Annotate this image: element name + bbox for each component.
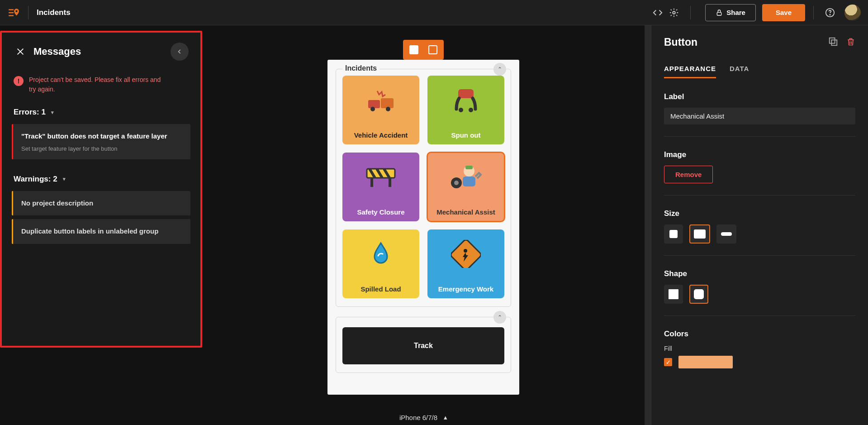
svg-point-11 xyxy=(469,108,473,112)
fill-checkbox[interactable]: ✓ xyxy=(664,358,672,366)
svg-point-8 xyxy=(386,107,390,111)
close-messages-icon[interactable] xyxy=(15,47,25,57)
colors-heading: Colors xyxy=(664,329,855,339)
errors-heading: Errors: 1 xyxy=(14,108,46,117)
user-avatar[interactable] xyxy=(844,5,861,21)
tile-spun-out[interactable]: Spun out xyxy=(427,76,504,144)
warning-title: No project description xyxy=(21,198,182,209)
tab-appearance[interactable]: APPEARANCE xyxy=(664,65,716,78)
svg-rect-5 xyxy=(368,100,380,108)
duplicate-icon[interactable] xyxy=(828,37,838,48)
svg-point-0 xyxy=(15,10,17,12)
device-orientation-toggle xyxy=(403,40,444,60)
group-legend: Incidents xyxy=(342,64,379,72)
error-title: "Track" button does not target a feature… xyxy=(21,131,182,142)
mechanical-assist-icon xyxy=(427,159,504,195)
messages-title: Messages xyxy=(33,46,162,57)
warnings-section-toggle[interactable]: Warnings: 2 ▾ xyxy=(2,167,200,187)
error-item[interactable]: "Track" button does not target a feature… xyxy=(12,124,190,159)
size-small-option[interactable] xyxy=(664,224,683,244)
svg-point-19 xyxy=(454,181,459,185)
size-large-option[interactable] xyxy=(716,224,736,244)
save-button[interactable]: Save xyxy=(762,4,805,21)
spilled-load-icon xyxy=(342,236,419,272)
track-button[interactable]: Track xyxy=(342,327,504,364)
canvas-scrollbar[interactable] xyxy=(645,25,651,425)
tile-vehicle-accident[interactable]: Vehicle Accident xyxy=(342,76,419,144)
tile-label: Vehicle Accident xyxy=(354,131,408,139)
safety-closure-icon xyxy=(342,159,419,195)
code-icon[interactable] xyxy=(650,5,666,21)
svg-rect-16 xyxy=(465,166,473,169)
error-subtitle: Set target feature layer for the button xyxy=(21,145,182,152)
divider xyxy=(813,6,814,19)
svg-point-21 xyxy=(464,249,467,253)
properties-title: Button xyxy=(664,36,820,48)
divider xyxy=(690,6,691,19)
landscape-toggle[interactable] xyxy=(427,43,439,56)
messages-panel: Messages ! Project can't be saved. Pleas… xyxy=(0,31,202,348)
chevron-down-icon: ▾ xyxy=(63,176,66,182)
emergency-work-icon xyxy=(427,236,504,272)
tile-mechanical-assist[interactable]: Mechanical Assist xyxy=(427,153,504,221)
tile-label: Spun out xyxy=(451,131,481,139)
divider xyxy=(28,6,28,19)
tile-label: Spilled Load xyxy=(360,285,401,293)
incidents-group: Incidents ⌃ Vehicle Accident Spun out xyxy=(336,69,511,307)
tile-emergency-work[interactable]: Emergency Work xyxy=(427,229,504,298)
canvas-area: Incidents ⌃ Vehicle Accident Spun out xyxy=(202,25,645,425)
track-group: ⌃ Track xyxy=(336,317,511,373)
portrait-toggle[interactable] xyxy=(408,43,420,56)
svg-rect-2 xyxy=(717,12,721,15)
lock-icon xyxy=(716,9,723,16)
device-selector[interactable]: iPhone 6/7/8 ▴ xyxy=(202,413,645,421)
project-title: Incidents xyxy=(37,8,71,17)
svg-rect-23 xyxy=(831,40,837,45)
chevron-up-icon: ▴ xyxy=(444,413,447,421)
remove-image-button[interactable]: Remove xyxy=(664,166,713,183)
shape-heading: Shape xyxy=(664,269,855,278)
warning-title: Duplicate button labels in unlabeled gro… xyxy=(21,226,182,237)
top-bar: Incidents Share Save xyxy=(0,0,868,25)
settings-gear-icon[interactable] xyxy=(666,5,682,21)
collapse-messages-icon[interactable] xyxy=(171,43,189,61)
vehicle-accident-icon xyxy=(342,82,419,118)
tab-data[interactable]: DATA xyxy=(730,65,749,78)
svg-rect-14 xyxy=(389,178,391,187)
error-icon: ! xyxy=(14,76,24,86)
device-label: iPhone 6/7/8 xyxy=(399,414,437,421)
warning-item[interactable]: No project description xyxy=(12,191,190,216)
fill-color-swatch[interactable] xyxy=(678,356,733,368)
app-logo-icon xyxy=(7,6,20,19)
svg-point-4 xyxy=(830,14,830,14)
tile-label: Mechanical Assist xyxy=(436,208,495,216)
tile-spilled-load[interactable]: Spilled Load xyxy=(342,229,419,298)
tile-safety-closure[interactable]: Safety Closure xyxy=(342,153,419,221)
device-preview: Incidents ⌃ Vehicle Accident Spun out xyxy=(327,60,519,395)
tile-label: Emergency Work xyxy=(438,285,493,293)
fill-label: Fill xyxy=(664,345,855,352)
properties-panel: Button APPEARANCE DATA Label Image Remov… xyxy=(651,25,868,425)
share-button[interactable]: Share xyxy=(705,4,756,21)
svg-rect-17 xyxy=(463,177,475,186)
spun-out-icon xyxy=(427,82,504,118)
share-button-label: Share xyxy=(726,9,745,16)
svg-rect-6 xyxy=(381,98,394,108)
collapse-group-icon[interactable]: ⌃ xyxy=(493,63,506,76)
svg-rect-9 xyxy=(458,89,474,98)
image-heading: Image xyxy=(664,150,855,159)
shape-rounded-option[interactable] xyxy=(689,285,708,304)
svg-point-1 xyxy=(673,11,676,14)
warning-item[interactable]: Duplicate button labels in unlabeled gro… xyxy=(12,219,190,244)
properties-tabs: APPEARANCE DATA xyxy=(664,65,855,79)
errors-section-toggle[interactable]: Errors: 1 ▾ xyxy=(2,100,200,120)
size-medium-option[interactable] xyxy=(689,224,710,244)
collapse-group-icon[interactable]: ⌃ xyxy=(493,311,506,324)
label-input[interactable] xyxy=(664,108,855,124)
shape-sharp-option[interactable] xyxy=(664,285,683,304)
svg-point-7 xyxy=(370,107,375,111)
svg-rect-22 xyxy=(830,38,835,43)
delete-icon[interactable] xyxy=(846,37,855,48)
help-icon[interactable] xyxy=(822,5,838,21)
chevron-down-icon: ▾ xyxy=(51,110,54,115)
